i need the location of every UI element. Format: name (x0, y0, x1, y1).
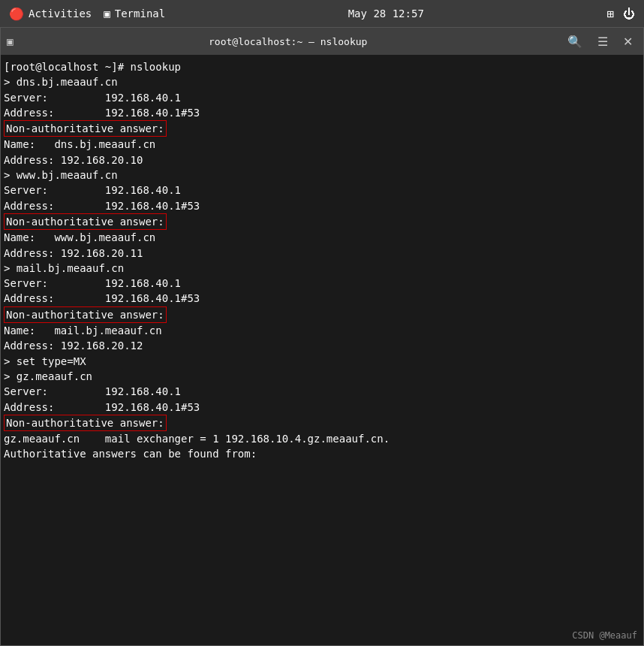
terminal-line: > dns.bj.meaauf.cn (4, 74, 640, 89)
title-bar-controls: 🔍 ☰ ✕ (563, 33, 637, 50)
activities-label: Activities (29, 8, 92, 20)
terminal-line: Authoritative answers can be found from: (4, 446, 640, 461)
terminal-line: gz.meaauf.cn mail exchanger = 1 192.168.… (4, 431, 640, 446)
terminal-line: > mail.bj.meaauf.cn (4, 261, 640, 276)
terminal-line: Address: 192.168.20.10 (4, 152, 640, 168)
power-icon[interactable]: ⏻ (623, 7, 635, 21)
title-bar: ▣ root@localhost:~ — nslookup 🔍 ☰ ✕ (1, 28, 643, 55)
activities-icon: 🔴 (9, 7, 24, 21)
terminal-line: Address: 192.168.40.1#53 (4, 400, 640, 415)
terminal-line: > gz.meaauf.cn (4, 369, 640, 384)
terminal-line: Server: 192.168.40.1 (4, 276, 640, 291)
terminal-line: Name: www.bj.meaauf.cn (4, 230, 640, 245)
terminal-line: Name: dns.bj.meaauf.cn (4, 137, 640, 152)
terminal-line: Non-authoritative answer: (4, 306, 640, 323)
terminal-window-icon: ▣ (7, 35, 13, 47)
terminal-line: Address: 192.168.40.1#53 (4, 291, 640, 306)
terminal-line: Non-authoritative answer: (4, 213, 640, 230)
terminal-taskbar-button[interactable]: ▣ Terminal (104, 8, 165, 20)
system-bar: 🔴 Activities ▣ Terminal May 28 12:57 ⊞ ⏻ (0, 0, 644, 27)
terminal-line: Server: 192.168.40.1 (4, 183, 640, 198)
menu-button[interactable]: ☰ (593, 33, 612, 50)
terminal-line: Non-authoritative answer: (4, 120, 640, 137)
terminal-line: > set type=MX (4, 354, 640, 369)
activities-button[interactable]: 🔴 Activities (9, 7, 92, 21)
terminal-line: Address: 192.168.20.12 (4, 338, 640, 353)
terminal-content[interactable]: [root@localhost ~]# nslookup> dns.bj.mea… (1, 55, 643, 645)
terminal-line: Server: 192.168.40.1 (4, 384, 640, 399)
system-bar-right: ⊞ ⏻ (606, 7, 635, 21)
terminal-window: ▣ root@localhost:~ — nslookup 🔍 ☰ ✕ [roo… (0, 27, 644, 646)
terminal-taskbar-icon: ▣ (104, 8, 110, 20)
terminal-line: Address: 192.168.20.11 (4, 246, 640, 261)
title-bar-left: ▣ (7, 35, 13, 47)
system-datetime: May 28 12:57 (348, 8, 424, 20)
system-bar-left: 🔴 Activities ▣ Terminal (9, 7, 165, 21)
terminal-line: [root@localhost ~]# nslookup (4, 59, 640, 74)
network-icon[interactable]: ⊞ (606, 7, 614, 21)
window-title: root@localhost:~ — nslookup (13, 36, 563, 47)
search-button[interactable]: 🔍 (563, 33, 587, 50)
terminal-line: > www.bj.meaauf.cn (4, 168, 640, 183)
close-button[interactable]: ✕ (618, 33, 637, 50)
watermark: CSDN @Meaauf (572, 629, 637, 642)
terminal-line: Server: 192.168.40.1 (4, 90, 640, 105)
terminal-line: Address: 192.168.40.1#53 (4, 198, 640, 213)
terminal-line: Non-authoritative answer: (4, 415, 640, 431)
terminal-line: Address: 192.168.40.1#53 (4, 105, 640, 120)
terminal-output: [root@localhost ~]# nslookup> dns.bj.mea… (4, 59, 640, 462)
terminal-line: Name: mail.bj.meaauf.cn (4, 323, 640, 338)
terminal-taskbar-label: Terminal (115, 8, 165, 20)
